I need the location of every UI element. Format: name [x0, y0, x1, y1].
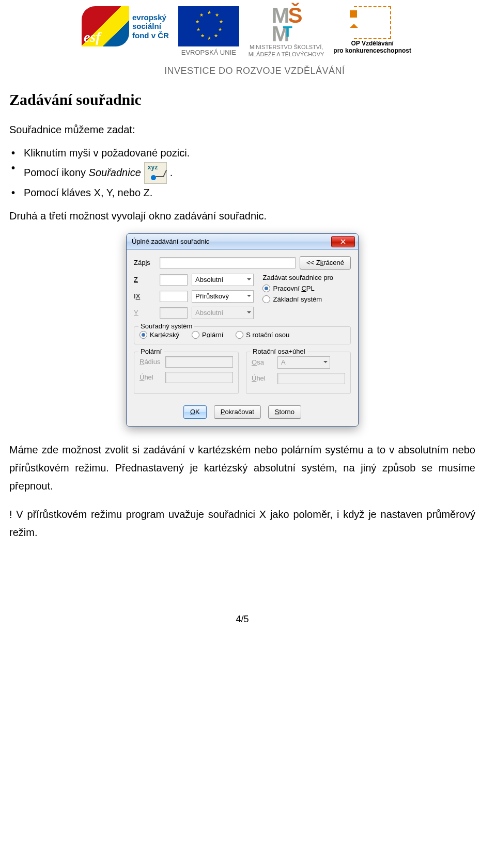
logo-msmt: MŠ MT MINISTERSTVO ŠKOLSTVÍ, MLÁDEŽE A T…	[249, 6, 324, 58]
bullet-list: Kliknutím myši v požadované pozici. Pomo…	[9, 147, 475, 199]
msmt-mark-icon: MŠ MT	[272, 6, 301, 43]
body-para-2: ! V přírůstkovém režimu program uvažuje …	[9, 506, 475, 542]
radio-polarni[interactable]: Polární	[192, 331, 223, 339]
radio-dot-icon	[236, 331, 243, 339]
chevron-down-icon	[247, 311, 251, 315]
combo-osa: A	[277, 356, 330, 369]
radio-zakladni-system[interactable]: Základní systém	[262, 295, 351, 303]
button-storno[interactable]: Storno	[268, 405, 301, 419]
close-button[interactable]	[331, 236, 355, 247]
chevron-down-icon	[247, 295, 251, 299]
label-ix: IX	[134, 292, 156, 300]
chevron-down-icon	[247, 278, 251, 282]
label-radius: Rádius	[140, 358, 161, 366]
side-group-title: Zadávat souřadnice pro	[262, 274, 351, 281]
body-para-1: Máme zde možnost zvolit si zadávání v ka…	[9, 441, 475, 495]
xyz-icon: xyz	[144, 162, 167, 184]
radio-dot-icon	[192, 331, 199, 339]
group-polarni: Polární Rádius Úhel	[134, 352, 239, 394]
label-osa: Osa	[252, 358, 273, 366]
combo-y-mode: Absolutní	[192, 307, 254, 319]
button-ok[interactable]: OK	[183, 405, 207, 419]
coord-dialog: Úplné zadávání souřadnic Zápis << Zkráce…	[126, 233, 359, 427]
radio-dot-icon	[262, 285, 270, 292]
combo-ix-mode[interactable]: Přírůstkový	[192, 290, 254, 303]
page-title: Zadávání souřadnic	[9, 91, 475, 108]
group-title: Souřadný systém	[138, 322, 194, 330]
input-uhel-polar	[165, 372, 233, 383]
input-y	[160, 307, 188, 319]
group-souradny-system: Souřadný systém Kartézský Polární S r	[134, 326, 351, 344]
close-icon	[340, 239, 346, 244]
button-zkracene[interactable]: << Zkrácené	[300, 256, 351, 270]
combo-z-mode[interactable]: Absolutní	[192, 274, 254, 286]
dialog-title: Úplné zadávání souřadnic	[132, 238, 209, 245]
input-ix[interactable]	[160, 291, 188, 302]
radio-s-rotacni-osou[interactable]: S rotační osou	[236, 331, 289, 339]
input-z[interactable]	[160, 274, 188, 286]
group-title: Polární	[138, 348, 164, 355]
esf-text: evropský sociální fond v ČR	[132, 13, 169, 40]
label-z: Z	[134, 276, 156, 283]
logo-opvk: OP Vzdělávání pro konkurenceschopnost	[333, 6, 411, 55]
label-y: Y	[134, 309, 156, 317]
header-motto: INVESTICE DO ROZVOJE VZDĚLÁVÁNÍ	[164, 66, 475, 76]
input-uhel-rot	[277, 373, 345, 384]
logo-eu: ★ ★ ★ ★ ★ ★ ★ ★ ★ ★ ★ EVROPSKÁ UNIE	[178, 6, 239, 56]
radio-kartezsky[interactable]: Kartézský	[140, 331, 179, 339]
opvk-mark-icon	[354, 6, 391, 39]
radio-dot-icon	[262, 295, 270, 303]
bullet-item: Kliknutím myši v požadované pozici.	[24, 147, 475, 159]
label-uhel-polar: Úhel	[140, 373, 161, 381]
bullet-item: Pomocí kláves X, Y, nebo Z.	[24, 187, 475, 199]
logo-esf: esf evropský sociální fond v ČR	[82, 6, 169, 46]
label-uhel-rot: Úhel	[252, 374, 273, 382]
dialog-titlebar[interactable]: Úplné zadávání souřadnic	[127, 234, 358, 250]
intro-text: Souřadnice můžeme zadat:	[9, 124, 475, 136]
doc-header: esf evropský sociální fond v ČR ★ ★ ★ ★ …	[82, 6, 475, 58]
group-rotacni: Rotační osa+úhel Osa A Úhel	[246, 352, 351, 394]
esf-mark-icon: esf	[82, 6, 129, 46]
chevron-down-icon	[323, 361, 328, 365]
eu-label: EVROPSKÁ UNIE	[181, 49, 236, 56]
after-bullets-text: Druhá a třetí možnost vyvolají okno zadá…	[9, 210, 475, 222]
input-zapis[interactable]	[160, 257, 296, 269]
bullet-item: Pomocí ikony Souřadnice xyz .	[24, 162, 475, 184]
page-number: 4/5	[9, 614, 475, 625]
input-radius	[165, 356, 233, 368]
group-title: Rotační osa+úhel	[251, 348, 307, 355]
radio-dot-icon	[140, 331, 147, 339]
label-zapis: Zápis	[134, 259, 156, 266]
button-pokracovat[interactable]: Pokračovat	[214, 405, 261, 419]
eu-flag-icon: ★ ★ ★ ★ ★ ★ ★ ★ ★ ★ ★	[178, 6, 239, 46]
radio-pracovni-cpl[interactable]: Pracovní CPL	[262, 285, 351, 292]
